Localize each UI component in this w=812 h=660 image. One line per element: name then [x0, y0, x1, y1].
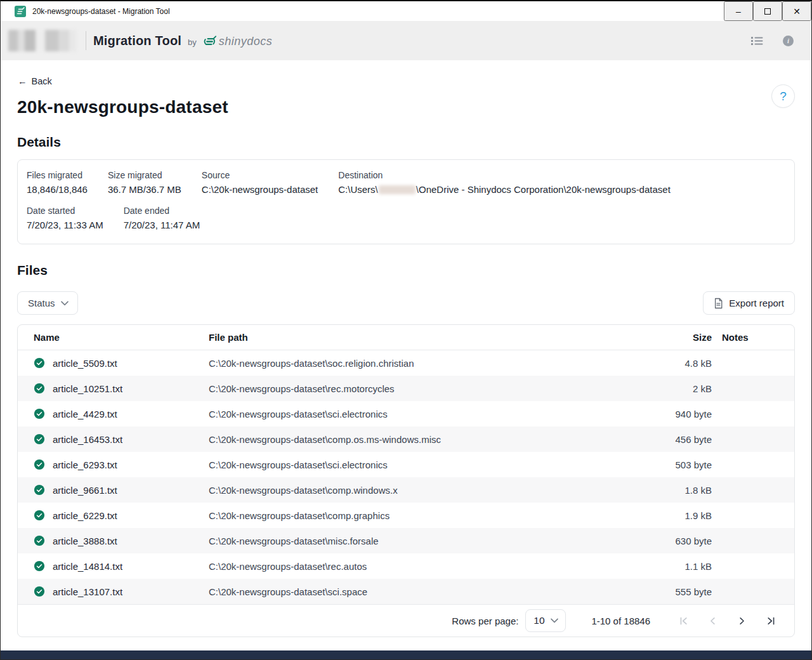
file-size: 1.9 kB: [636, 510, 712, 521]
page-title: 20k-newsgroups-dataset: [17, 97, 795, 117]
status-filter-dropdown[interactable]: Status: [17, 291, 78, 315]
success-check-icon: [34, 484, 45, 496]
rows-per-page-label: Rows per page:: [452, 616, 518, 626]
table-row[interactable]: article_6293.txt C:\20k-newsgroups-datas…: [18, 452, 794, 477]
success-check-icon: [34, 433, 45, 445]
maximize-button[interactable]: [753, 1, 782, 21]
details-card: Files migrated 18,846/18,846 Size migrat…: [17, 159, 795, 244]
shinydocs-brand: shinydocs: [202, 34, 273, 49]
previous-page-button[interactable]: [706, 614, 719, 628]
field-value: 18,846/18,846: [27, 183, 88, 197]
name-cell: article_6293.txt: [34, 459, 209, 470]
success-check-icon: [34, 560, 45, 572]
field-value: C:\20k-newsgroups-dataset: [202, 183, 318, 197]
details-heading: Details: [17, 135, 795, 150]
success-check-icon: [34, 459, 45, 470]
info-button[interactable]: i: [783, 36, 794, 46]
table-row[interactable]: article_14814.txt C:\20k-newsgroups-data…: [18, 553, 794, 579]
file-path: C:\20k-newsgroups-dataset\soc.religion.c…: [209, 358, 636, 369]
file-size: 4.8 kB: [636, 358, 712, 369]
table-row[interactable]: article_5509.txt C:\20k-newsgroups-datas…: [18, 350, 794, 376]
rows-per-page-value: 10: [534, 615, 544, 626]
next-page-button[interactable]: [735, 614, 749, 628]
header-divider: [86, 31, 86, 50]
app-window: 20k-newsgroups-dataset - Migration Tool …: [0, 0, 812, 660]
pagination-bar: Rows per page: 10 1-10 of 18846: [18, 604, 794, 637]
log-list-button[interactable]: [750, 35, 764, 46]
field-label: Date started: [27, 205, 103, 216]
table-row[interactable]: article_3888.txt C:\20k-newsgroups-datas…: [18, 528, 794, 553]
table-header-row: Name File path Size Notes: [18, 325, 794, 350]
app-title: Migration Tool: [93, 34, 181, 48]
file-path: C:\20k-newsgroups-dataset\sci.space: [209, 586, 636, 597]
rows-per-page-select[interactable]: 10: [525, 609, 566, 632]
field-label: Source: [202, 169, 318, 181]
file-path: C:\20k-newsgroups-dataset\sci.electronic…: [209, 409, 636, 419]
list-icon: [750, 35, 764, 46]
help-button[interactable]: ?: [771, 84, 795, 108]
file-path: C:\20k-newsgroups-dataset\misc.forsale: [209, 536, 636, 546]
shinydocs-app-icon: [15, 6, 26, 17]
column-header-name: Name: [34, 332, 209, 343]
file-size: 555 byte: [636, 586, 712, 597]
field-date-ended: Date ended 7/20/23, 11:47 AM: [124, 205, 200, 232]
file-name: article_10251.txt: [53, 383, 122, 394]
success-check-icon: [34, 535, 45, 546]
name-cell: article_13107.txt: [34, 586, 209, 597]
table-row[interactable]: article_13107.txt C:\20k-newsgroups-data…: [18, 579, 794, 604]
success-check-icon: [34, 357, 45, 369]
field-size-migrated: Size migrated 36.7 MB/36.7 MB: [108, 169, 181, 197]
status-filter-label: Status: [28, 298, 55, 308]
file-name: article_4429.txt: [53, 409, 117, 419]
field-label: Size migrated: [108, 169, 181, 181]
minimize-button[interactable]: –: [724, 1, 753, 21]
help-icon: ?: [780, 89, 787, 103]
pager-buttons: [677, 614, 778, 628]
by-label: by: [188, 37, 197, 47]
file-size: 2 kB: [636, 383, 712, 394]
table-row[interactable]: article_6229.txt C:\20k-newsgroups-datas…: [18, 503, 794, 528]
field-label: Destination: [338, 169, 671, 181]
success-check-icon: [34, 510, 45, 521]
table-row[interactable]: article_16453.txt C:\20k-newsgroups-data…: [18, 426, 794, 452]
name-cell: article_14814.txt: [34, 560, 209, 572]
title-bar: 20k-newsgroups-dataset - Migration Tool …: [1, 1, 811, 21]
file-name: article_5509.txt: [53, 358, 117, 369]
details-row-1: Files migrated 18,846/18,846 Size migrat…: [27, 169, 784, 197]
first-page-button[interactable]: [677, 614, 690, 628]
close-button[interactable]: ✕: [782, 1, 811, 21]
field-value: 7/20/23, 11:33 AM: [27, 218, 103, 232]
field-value: 36.7 MB/36.7 MB: [108, 183, 181, 197]
file-name: article_6229.txt: [53, 510, 117, 521]
success-check-icon: [34, 408, 45, 419]
back-link[interactable]: ← Back: [17, 76, 52, 86]
file-size: 940 byte: [636, 409, 712, 419]
file-size: 456 byte: [636, 434, 712, 445]
redacted-username: [379, 185, 416, 194]
field-value: C:\Users\\OneDrive - Shinydocs Corporati…: [338, 183, 671, 197]
table-row[interactable]: article_10251.txt C:\20k-newsgroups-data…: [18, 376, 794, 401]
file-path: C:\20k-newsgroups-dataset\comp.os.ms-win…: [209, 434, 636, 445]
last-page-button[interactable]: [764, 614, 778, 628]
name-cell: article_6229.txt: [34, 510, 209, 521]
success-check-icon: [34, 383, 45, 394]
main-content: ← Back 20k-newsgroups-dataset ? Details …: [1, 60, 811, 650]
name-cell: article_16453.txt: [34, 433, 209, 445]
name-cell: article_10251.txt: [34, 383, 209, 394]
export-report-button[interactable]: Export report: [703, 291, 795, 315]
app-header: Migration Tool by shinydocs: [1, 21, 811, 60]
table-row[interactable]: article_9661.txt C:\20k-newsgroups-datas…: [18, 477, 794, 503]
shinydocs-logo-icon: [202, 34, 218, 49]
field-destination: Destination C:\Users\\OneDrive - Shinydo…: [338, 169, 671, 197]
file-name: article_13107.txt: [53, 586, 122, 597]
file-path: C:\20k-newsgroups-dataset\rec.autos: [209, 561, 636, 572]
file-path: C:\20k-newsgroups-dataset\comp.graphics: [209, 510, 636, 521]
column-header-notes: Notes: [712, 332, 794, 343]
window-title: 20k-newsgroups-dataset - Migration Tool: [32, 7, 170, 16]
details-row-2: Date started 7/20/23, 11:33 AM Date ende…: [27, 205, 784, 232]
chevron-down-icon: [61, 301, 69, 306]
file-size: 503 byte: [636, 459, 712, 470]
file-size: 1.8 kB: [636, 485, 712, 496]
name-cell: article_4429.txt: [34, 408, 209, 419]
table-row[interactable]: article_4429.txt C:\20k-newsgroups-datas…: [18, 401, 794, 426]
